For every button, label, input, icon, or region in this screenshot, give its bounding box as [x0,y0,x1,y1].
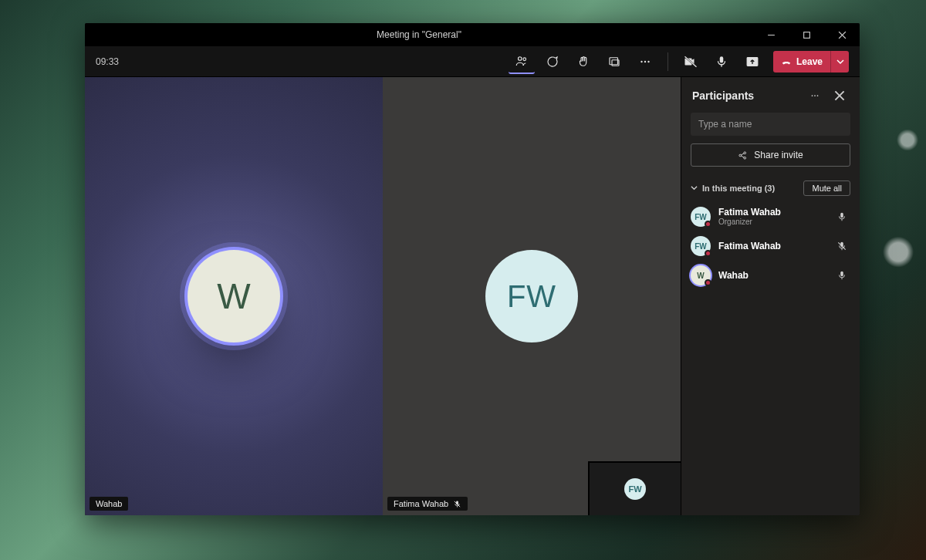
participant-avatar: FW [691,236,711,256]
self-avatar: FW [624,478,646,500]
participant-info: Fatima Wahab Organizer [718,207,826,227]
svg-line-28 [742,156,745,157]
svg-point-20 [814,95,816,96]
svg-rect-29 [840,213,843,218]
video-tile-fatima[interactable]: FW Fatima Wahab FW [383,77,681,515]
participant-avatar: W [691,265,711,285]
leave-label: Leave [796,56,823,67]
svg-point-8 [640,60,642,62]
participants-button[interactable] [509,49,535,74]
svg-point-10 [647,60,649,62]
hangup-icon [781,56,792,67]
participant-info: Wahab [718,270,826,281]
share-invite-label: Share invite [754,150,803,160]
camera-button[interactable] [678,49,704,74]
participant-mic-status[interactable] [833,211,850,222]
avatar-initial: FW [694,242,707,251]
tile-name-text: Fatima Wahab [394,499,448,508]
video-grid: W Wahab FW Fatima Wahab F [85,77,681,515]
participants-panel: Participants Share invite [681,77,860,515]
search-input[interactable] [698,119,843,130]
caret-down-icon [691,184,698,191]
raise-hand-icon [576,55,590,69]
presence-dot [705,250,711,257]
camera-off-icon [684,55,698,69]
content-area: W Wahab FW Fatima Wahab F [85,77,860,515]
people-icon [515,54,529,68]
participant-role: Organizer [718,218,826,227]
more-actions-button[interactable] [632,49,658,74]
participant-mic-status[interactable] [833,241,850,251]
participant-search[interactable] [691,113,850,136]
mic-muted-icon [453,500,461,508]
microphone-icon [715,55,728,69]
avatar-initial: W [217,275,250,317]
participant-name: Wahab [718,270,826,281]
share-screen-icon [745,55,759,69]
participant-list: FW Fatima Wahab Organizer [686,202,855,290]
rooms-button[interactable] [601,49,627,74]
in-meeting-section: In this meeting (3) Mute all [691,180,850,196]
svg-rect-1 [803,32,809,38]
leave-button-group: Leave [773,51,849,73]
mute-all-button[interactable]: Mute all [803,180,850,196]
avatar: W [188,250,280,342]
meeting-toolbar: 09:33 [85,46,860,77]
window-title: Meeting in "General" [85,29,753,40]
svg-line-27 [742,153,745,154]
leave-menu-button[interactable] [830,51,849,73]
tile-name-label: Wahab [90,497,128,511]
share-button[interactable] [739,49,765,74]
participant-name: Fatima Wahab [718,241,826,251]
maximize-icon [803,31,811,39]
breakout-rooms-icon [607,55,621,69]
meeting-timer: 09:33 [96,56,504,67]
close-icon [834,90,845,101]
close-button[interactable] [824,23,860,46]
svg-rect-34 [840,272,843,276]
svg-point-4 [518,56,522,60]
titlebar: Meeting in "General" [85,23,860,46]
close-icon [838,31,847,39]
maximize-button[interactable] [789,23,824,46]
chevron-down-icon [836,58,844,66]
ellipsis-icon [809,90,820,101]
svg-point-21 [817,95,819,96]
participant-row[interactable]: FW Fatima Wahab [686,231,855,261]
tile-name-text: Wahab [96,499,122,508]
avatar-initial: FW [694,213,707,221]
meeting-window: Meeting in "General" 09:33 [85,23,860,515]
microphone-icon [836,211,847,222]
panel-header: Participants [681,77,860,113]
svg-point-5 [523,57,526,60]
share-invite-button[interactable]: Share invite [691,143,850,167]
mic-button[interactable] [708,49,735,74]
svg-rect-6 [610,57,618,64]
participant-row[interactable]: FW Fatima Wahab Organizer [686,202,855,231]
reactions-button[interactable] [570,49,596,74]
chat-button[interactable] [539,49,566,74]
svg-point-9 [644,60,646,62]
participant-row[interactable]: W Wahab [686,261,855,290]
video-tile-wahab[interactable]: W Wahab [85,77,383,515]
svg-rect-13 [720,56,724,62]
section-toggle[interactable] [691,184,698,193]
panel-title: Participants [692,89,799,102]
avatar-initial: W [697,272,704,280]
participant-name: Fatima Wahab [718,207,826,218]
mic-muted-icon [836,241,847,251]
participant-avatar: FW [691,207,711,227]
panel-more-button[interactable] [806,86,824,105]
participant-mic-status[interactable] [833,270,850,281]
presence-dot [705,279,711,286]
presence-dot [705,221,711,228]
leave-button[interactable]: Leave [773,56,830,67]
minimize-icon [767,31,776,39]
panel-close-button[interactable] [830,86,849,105]
minimize-button[interactable] [753,23,789,46]
self-view-thumbnail[interactable]: FW [588,461,681,515]
avatar-initial: FW [507,279,556,314]
toolbar-separator [667,52,668,71]
section-label: In this meeting (3) [702,184,799,193]
ellipsis-icon [638,55,652,69]
